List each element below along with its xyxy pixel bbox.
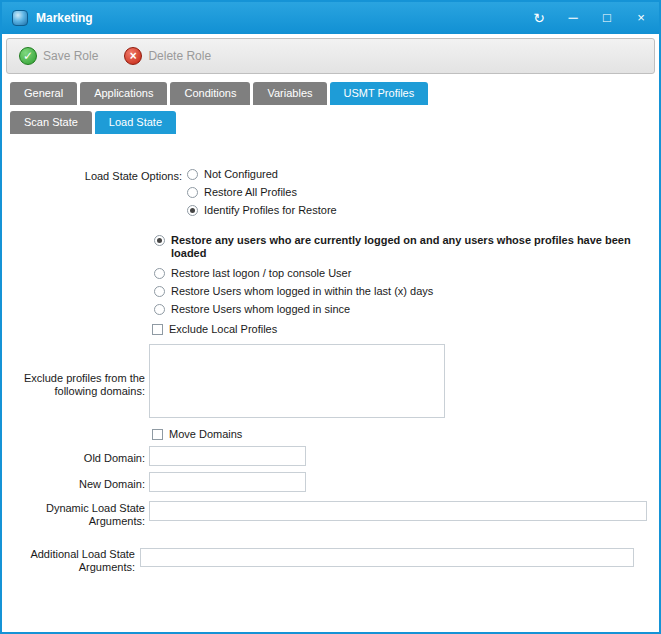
window-title: Marketing xyxy=(36,11,93,25)
dynamic-args-input[interactable] xyxy=(149,501,647,521)
radio-icon xyxy=(154,268,165,279)
radio-icon xyxy=(187,169,198,180)
delete-role-label: Delete Role xyxy=(148,49,211,63)
radio-icon xyxy=(154,304,165,315)
radio-label: Identify Profiles for Restore xyxy=(204,204,337,217)
app-icon xyxy=(12,10,28,26)
radio-restore-logged-in-since[interactable]: Restore Users whom logged in since xyxy=(154,303,350,316)
radio-label: Restore All Profiles xyxy=(204,186,297,199)
radio-label: Restore last logon / top console User xyxy=(171,267,351,280)
radio-icon xyxy=(187,187,198,198)
tab-general[interactable]: General xyxy=(10,82,77,105)
save-check-icon: ✓ xyxy=(19,47,37,65)
secondary-tab-bar: Scan State Load State xyxy=(2,111,659,134)
radio-label: Restore any users who are currently logg… xyxy=(171,234,659,260)
exclude-domains-label: Exclude profiles from the following doma… xyxy=(2,372,145,398)
marketing-window: Marketing ↻ ─ □ × ✓ Save Role × Delete R… xyxy=(0,0,661,634)
radio-label: Restore Users whom logged in within the … xyxy=(171,285,433,298)
radio-icon xyxy=(154,235,165,246)
radio-restore-last-x-days[interactable]: Restore Users whom logged in within the … xyxy=(154,285,433,298)
old-domain-label: Old Domain: xyxy=(2,452,145,465)
checkbox-label: Move Domains xyxy=(169,428,242,441)
radio-restore-last-logon[interactable]: Restore last logon / top console User xyxy=(154,267,351,280)
save-role-button[interactable]: ✓ Save Role xyxy=(19,47,98,65)
exclude-domains-textarea[interactable] xyxy=(149,344,445,418)
tab-variables[interactable]: Variables xyxy=(253,82,326,105)
additional-args-label: Additional Load State Arguments: xyxy=(2,548,135,574)
new-domain-label: New Domain: xyxy=(2,478,145,491)
toolbar: ✓ Save Role × Delete Role xyxy=(6,38,655,74)
radio-not-configured[interactable]: Not Configured xyxy=(187,168,278,181)
radio-restore-logged-on-users[interactable]: Restore any users who are currently logg… xyxy=(154,234,659,260)
additional-args-input[interactable] xyxy=(140,548,634,567)
exclude-local-profiles-checkbox[interactable]: Exclude Local Profiles xyxy=(152,323,277,336)
maximize-icon[interactable]: □ xyxy=(599,10,615,26)
save-role-label: Save Role xyxy=(43,49,98,63)
new-domain-input[interactable] xyxy=(149,472,306,492)
minimize-icon[interactable]: ─ xyxy=(565,10,581,26)
radio-icon xyxy=(187,205,198,216)
radio-identify-profiles[interactable]: Identify Profiles for Restore xyxy=(187,204,337,217)
tab-conditions[interactable]: Conditions xyxy=(170,82,250,105)
primary-tab-bar: General Applications Conditions Variable… xyxy=(2,82,659,105)
close-icon[interactable]: × xyxy=(633,10,649,26)
radio-icon xyxy=(154,286,165,297)
dynamic-args-label: Dynamic Load State Arguments: xyxy=(2,502,145,528)
tab-load-state[interactable]: Load State xyxy=(95,111,176,134)
tab-usmt-profiles[interactable]: USMT Profiles xyxy=(330,82,429,105)
tab-applications[interactable]: Applications xyxy=(80,82,167,105)
radio-restore-all-profiles[interactable]: Restore All Profiles xyxy=(187,186,297,199)
tab-scan-state[interactable]: Scan State xyxy=(10,111,92,134)
checkbox-icon xyxy=(152,324,163,335)
load-state-options-label: Load State Options: xyxy=(2,170,182,183)
delete-x-icon: × xyxy=(124,47,142,65)
titlebar: Marketing ↻ ─ □ × xyxy=(2,2,659,34)
delete-role-button[interactable]: × Delete Role xyxy=(124,47,211,65)
checkbox-icon xyxy=(152,429,163,440)
radio-label: Restore Users whom logged in since xyxy=(171,303,350,316)
window-controls: ↻ ─ □ × xyxy=(531,10,649,26)
old-domain-input[interactable] xyxy=(149,446,306,466)
move-domains-checkbox[interactable]: Move Domains xyxy=(152,428,242,441)
refresh-icon[interactable]: ↻ xyxy=(531,10,547,26)
radio-label: Not Configured xyxy=(204,168,278,181)
load-state-panel: Load State Options: Not Configured Resto… xyxy=(2,134,659,632)
checkbox-label: Exclude Local Profiles xyxy=(169,323,277,336)
